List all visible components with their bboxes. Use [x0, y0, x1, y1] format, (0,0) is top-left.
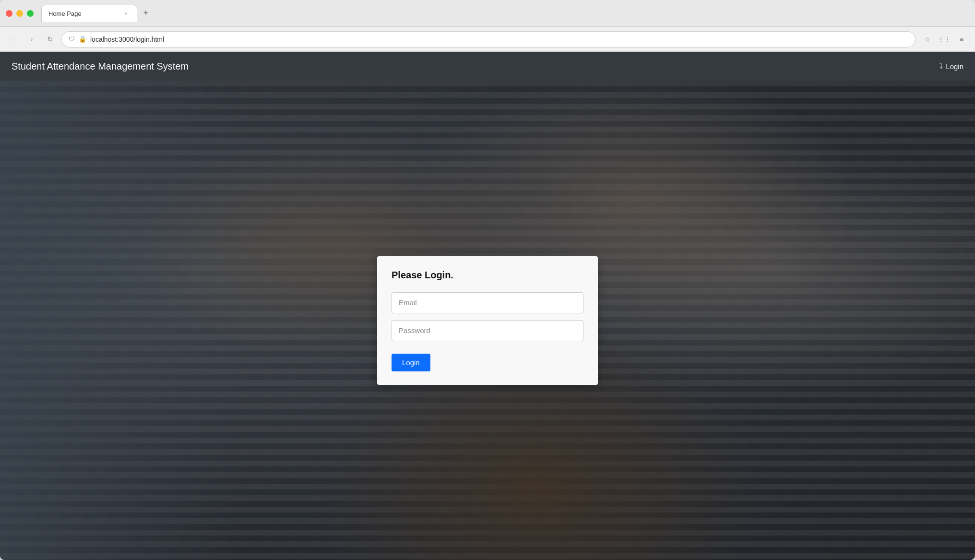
hero-section: Please Login. Login: [0, 81, 975, 560]
address-text: localhost:3000/login.html: [90, 36, 908, 43]
reload-button[interactable]: ↻: [43, 33, 57, 46]
tab-close-button[interactable]: ×: [122, 10, 130, 17]
login-icon: ⤵: [939, 62, 943, 71]
browser-window: Home Page × + ‹ › ↻ 🛡 🔒 localhost:3000/l…: [0, 0, 975, 560]
forward-button[interactable]: ›: [25, 33, 38, 46]
password-input[interactable]: [392, 320, 583, 341]
app-content: Student Attendance Management System ⤵ L…: [0, 52, 975, 560]
toolbar-right: ☆ ⋮⋮ ≡: [920, 33, 968, 46]
login-modal: Please Login. Login: [377, 256, 598, 385]
login-button[interactable]: Login: [392, 354, 430, 371]
extensions-icon[interactable]: ⋮⋮: [938, 33, 951, 46]
lock-icon: 🔒: [79, 36, 86, 43]
traffic-lights: [6, 10, 34, 17]
maximize-button[interactable]: [27, 10, 34, 17]
login-title: Please Login.: [392, 270, 583, 281]
browser-titlebar: Home Page × +: [0, 0, 975, 27]
shield-icon: 🛡: [69, 36, 75, 43]
close-button[interactable]: [6, 10, 12, 17]
new-tab-button[interactable]: +: [139, 7, 153, 20]
menu-icon[interactable]: ≡: [955, 33, 968, 46]
active-tab[interactable]: Home Page ×: [41, 5, 137, 22]
bookmark-icon[interactable]: ☆: [920, 33, 934, 46]
nav-login-label: Login: [946, 62, 963, 71]
app-brand: Student Attendance Management System: [12, 61, 939, 72]
nav-login-link[interactable]: ⤵ Login: [939, 62, 963, 71]
email-group: [392, 292, 583, 313]
tab-title: Home Page: [48, 10, 119, 17]
app-navbar: Student Attendance Management System ⤵ L…: [0, 52, 975, 81]
tab-bar: Home Page × +: [41, 5, 969, 22]
email-input[interactable]: [392, 292, 583, 313]
address-bar[interactable]: 🛡 🔒 localhost:3000/login.html: [61, 31, 916, 48]
back-button[interactable]: ‹: [7, 33, 20, 46]
minimize-button[interactable]: [16, 10, 23, 17]
password-group: [392, 320, 583, 341]
browser-toolbar: ‹ › ↻ 🛡 🔒 localhost:3000/login.html ☆ ⋮⋮…: [0, 27, 975, 52]
